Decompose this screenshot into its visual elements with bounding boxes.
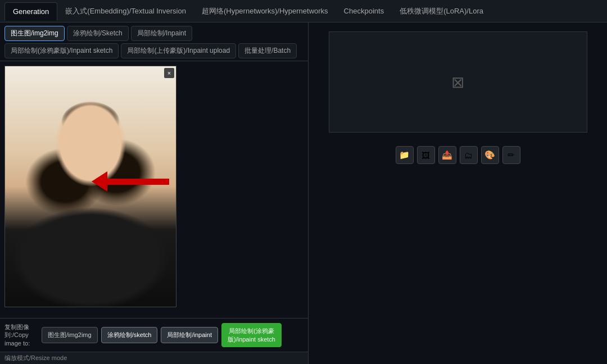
subtab-inpaint-sketch[interactable]: 局部绘制(涂鸦豪版)/Inpaint sketch — [4, 43, 119, 58]
zip-button[interactable]: 🗂 — [460, 146, 478, 164]
subtab-inpaint-upload[interactable]: 局部绘制(上传豪版)/Inpaint upload — [121, 43, 236, 58]
tab-generation[interactable]: Generation — [4, 2, 57, 21]
edit-button[interactable]: ✏ — [502, 146, 520, 164]
copy-to-inpaint-button[interactable]: 局部绘制/inpaint — [161, 327, 218, 343]
subtab-sketch[interactable]: 涂鸦绘制/Sketch — [67, 26, 129, 41]
copy-label: 复制图像到:/Copyimage to: — [4, 323, 38, 347]
copy-to-sketch-button[interactable]: 涂鸦绘制/sketch — [101, 327, 158, 343]
open-folder-button[interactable]: 📁 — [396, 146, 414, 164]
copy-image-section: 复制图像到:/Copyimage to: 图生图/img2img 涂鸦绘制/sk… — [0, 318, 308, 352]
tab-checkpoints[interactable]: Checkpoints — [336, 2, 392, 20]
output-toolbar: 📁 🖼 📤 🗂 🎨 ✏ — [396, 146, 520, 164]
resize-mode-bar: 编放模式/Resize mode — [0, 352, 308, 364]
close-image-button[interactable]: × — [164, 68, 174, 78]
subtab-img2img[interactable]: 图生图/img2img — [4, 26, 65, 41]
output-canvas-area: ⊠ — [329, 31, 587, 133]
sub-tabs-bar: 图生图/img2img 涂鸦绘制/Sketch 局部绘制/Inpaint 局部绘… — [0, 22, 308, 61]
tab-hypernetworks[interactable]: 超网络(Hypernetworks)/Hypernetworks — [194, 2, 336, 21]
subtab-inpaint[interactable]: 局部绘制/Inpaint — [131, 26, 192, 41]
top-navigation: Generation 嵌入式(Embedding)/Textual Invers… — [0, 0, 607, 22]
copy-to-inpaint-sketch-button[interactable]: 局部绘制(涂鸦豪 版)/inpaint sketch — [221, 323, 282, 347]
subtab-batch[interactable]: 批量处理/Batch — [238, 43, 297, 58]
tab-embedding[interactable]: 嵌入式(Embedding)/Textual Inversion — [57, 2, 194, 21]
arrow-shaft — [107, 179, 169, 185]
main-content: 图生图/img2img 涂鸦绘制/Sketch 局部绘制/Inpaint 局部绘… — [0, 22, 607, 364]
arrow-head — [92, 171, 107, 192]
canvas-placeholder-icon: ⊠ — [451, 73, 464, 92]
arrow-annotation — [92, 171, 169, 192]
left-panel: 图生图/img2img 涂鸦绘制/Sketch 局部绘制/Inpaint 局部绘… — [0, 22, 309, 364]
palette-button[interactable]: 🎨 — [481, 146, 499, 164]
copy-to-img2img-button[interactable]: 图生图/img2img — [42, 327, 98, 343]
save-image-button[interactable]: 🖼 — [417, 146, 435, 164]
tab-lora[interactable]: 低秩微调模型(LoRA)/Lora — [392, 2, 491, 21]
right-panel: ⊠ 📁 🖼 📤 🗂 🎨 ✏ — [309, 22, 607, 364]
image-upload-area[interactable]: × — [0, 61, 308, 318]
send-button[interactable]: 📤 — [438, 146, 456, 164]
